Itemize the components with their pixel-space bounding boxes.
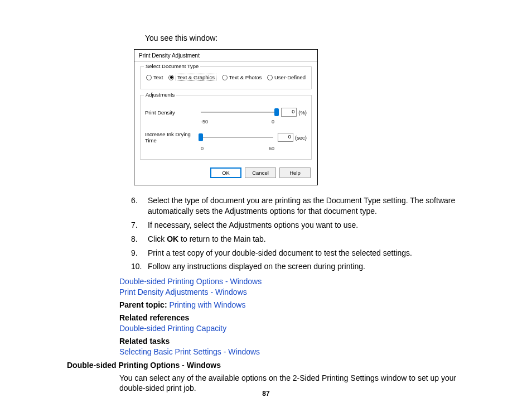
slider-tick-max: 0 <box>272 119 274 124</box>
related-tasks-heading: Related tasks <box>119 336 465 347</box>
slider-tick-max: 60 <box>269 146 274 151</box>
dialog-window: Print Density Adjustment Select Document… <box>134 49 318 185</box>
step-number: 6. <box>131 195 148 217</box>
step-10: 10. Follow any instructions displayed on… <box>131 261 465 272</box>
groupbox-adjustments-title: Adjustments <box>144 92 176 98</box>
steps-list: 6. Select the type of document you are p… <box>131 195 465 272</box>
link-double-sided-capacity[interactable]: Double-sided Printing Capacity <box>119 323 465 334</box>
step-8: 8. Click OK to return to the Main tab. <box>131 234 465 245</box>
slider-thumb-icon <box>199 133 203 141</box>
slider-density-unit: (%) <box>298 109 307 116</box>
radio-label: Text & Photos <box>229 74 262 80</box>
section-heading-double-sided-options: Double-sided Printing Options - Windows <box>67 361 465 370</box>
radio-label: User-Defined <box>274 74 306 80</box>
slider-tick-min: 0 <box>201 146 204 151</box>
link-selecting-basic-settings[interactable]: Selecting Basic Print Settings - Windows <box>119 347 465 357</box>
radio-text-photos[interactable]: Text & Photos <box>222 74 262 80</box>
parent-topic-label: Parent topic: <box>119 300 169 309</box>
slider-thumb-icon <box>274 108 279 116</box>
step-9: 9. Print a test copy of your double-side… <box>131 248 465 258</box>
radio-label: Text <box>153 74 163 80</box>
radio-icon <box>267 75 273 80</box>
radio-icon <box>222 75 228 80</box>
step-number: 9. <box>131 248 148 258</box>
step-6: 6. Select the type of document you are p… <box>131 195 465 217</box>
step-number: 8. <box>131 234 148 245</box>
slider-tick-min: -50 <box>201 119 208 124</box>
radio-icon <box>146 75 152 80</box>
step-text: Click OK to return to the Main tab. <box>148 234 465 245</box>
slider-density-value[interactable]: 0 <box>281 108 297 117</box>
step-text: Follow any instructions displayed on the… <box>148 261 465 272</box>
radio-label: Text & Graphics <box>176 74 216 81</box>
slider-density-label: Print Density <box>145 109 201 116</box>
radio-user-defined[interactable]: User-Defined <box>267 74 306 80</box>
slider-drytime-unit: (sec) <box>295 135 307 141</box>
help-button[interactable]: Help <box>279 167 311 178</box>
ok-button[interactable]: OK <box>210 167 241 178</box>
step-7: 7. If necessary, select the Adjustments … <box>131 220 465 231</box>
slider-density[interactable] <box>201 108 277 116</box>
dialog-title: Print Density Adjustment <box>134 50 317 62</box>
slider-drytime-value[interactable]: 0 <box>278 133 293 142</box>
related-references-heading: Related references <box>119 313 465 323</box>
intro-text: You see this window: <box>145 33 465 42</box>
link-double-sided-options[interactable]: Double-sided Printing Options - Windows <box>119 276 465 287</box>
step-text: Print a test copy of your double-sided d… <box>148 248 465 258</box>
groupbox-adjustments: Adjustments Print Density 0 (%) <box>140 95 312 160</box>
groupbox-doctype-title: Select Document Type <box>144 63 200 69</box>
radio-text-graphics[interactable]: Text & Graphics <box>168 74 216 81</box>
groupbox-doctype: Select Document Type Text Text & Graphic… <box>140 66 312 89</box>
step-number: 10. <box>131 261 148 272</box>
step-number: 7. <box>131 220 148 231</box>
cancel-button[interactable]: Cancel <box>245 167 276 178</box>
link-printing-windows[interactable]: Printing with Windows <box>169 300 245 309</box>
slider-drytime[interactable] <box>201 133 273 141</box>
radio-text[interactable]: Text <box>146 74 163 80</box>
step-text: If necessary, select the Adjustments opt… <box>148 220 465 231</box>
step-text: Select the type of document you are prin… <box>148 195 465 217</box>
link-print-density-adjustments[interactable]: Print Density Adjustments - Windows <box>119 287 465 298</box>
radio-icon <box>168 75 174 80</box>
page-number: 87 <box>0 390 532 397</box>
slider-drytime-label: Increase Ink Drying Time <box>145 131 201 143</box>
